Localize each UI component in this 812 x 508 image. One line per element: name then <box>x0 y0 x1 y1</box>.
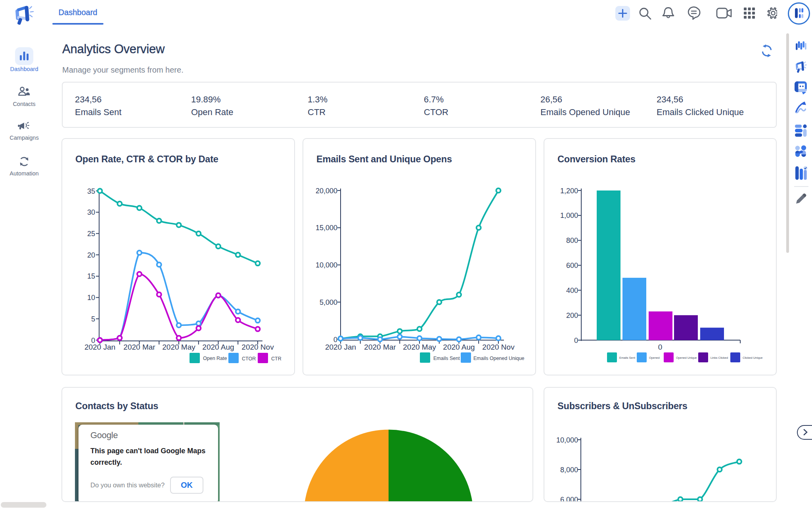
svg-text:1,000: 1,000 <box>560 212 578 219</box>
svg-text:Links Clicked: Links Clicked <box>710 356 728 360</box>
svg-text:30: 30 <box>87 208 95 216</box>
svg-text:15,000: 15,000 <box>316 224 337 232</box>
svg-text:2020 Jan: 2020 Jan <box>84 343 115 351</box>
svg-text:2020 Nov: 2020 Nov <box>482 343 515 351</box>
svg-text:2020 May: 2020 May <box>403 343 436 351</box>
svg-text:Opened: Opened <box>649 356 660 360</box>
svg-text:2020 Aug: 2020 Aug <box>443 343 475 351</box>
svg-text:10,000: 10,000 <box>316 261 337 269</box>
svg-text:CTR: CTR <box>271 356 282 362</box>
svg-text:CTOR: CTOR <box>242 356 256 362</box>
svg-text:20: 20 <box>87 251 95 259</box>
svg-text:20,000: 20,000 <box>316 187 337 195</box>
svg-text:600: 600 <box>566 262 578 269</box>
svg-text:2020 May: 2020 May <box>162 343 195 351</box>
svg-text:Opened Unique: Opened Unique <box>676 356 697 360</box>
svg-text:0: 0 <box>574 337 578 344</box>
svg-text:Open Rate: Open Rate <box>203 356 227 361</box>
svg-text:Emails Opened Unique: Emails Opened Unique <box>473 356 525 361</box>
svg-text:15: 15 <box>87 272 95 280</box>
svg-text:0: 0 <box>333 336 337 344</box>
svg-text:800: 800 <box>566 237 578 244</box>
svg-text:2020 Aug: 2020 Aug <box>202 343 234 351</box>
svg-text:200: 200 <box>566 312 578 319</box>
svg-text:5,000: 5,000 <box>320 298 337 306</box>
svg-text:Clicked Unique: Clicked Unique <box>743 356 762 360</box>
svg-text:2020 Nov: 2020 Nov <box>241 343 274 351</box>
svg-text:25: 25 <box>87 230 95 238</box>
svg-text:400: 400 <box>566 287 578 294</box>
svg-text:8,000: 8,000 <box>560 466 578 474</box>
svg-text:2020 Jan: 2020 Jan <box>325 343 356 351</box>
svg-text:6,000: 6,000 <box>560 496 578 502</box>
svg-text:10: 10 <box>87 294 95 302</box>
svg-text:1,200: 1,200 <box>560 187 578 195</box>
svg-text:Emails Sent: Emails Sent <box>619 356 636 360</box>
svg-text:35: 35 <box>87 187 95 195</box>
svg-text:5: 5 <box>91 315 95 323</box>
svg-text:10,000: 10,000 <box>556 436 578 444</box>
svg-text:2020 Mar: 2020 Mar <box>123 343 155 351</box>
svg-text:Emails Sent: Emails Sent <box>433 356 460 361</box>
svg-text:2020 Mar: 2020 Mar <box>364 343 396 351</box>
svg-text:0: 0 <box>658 343 663 351</box>
